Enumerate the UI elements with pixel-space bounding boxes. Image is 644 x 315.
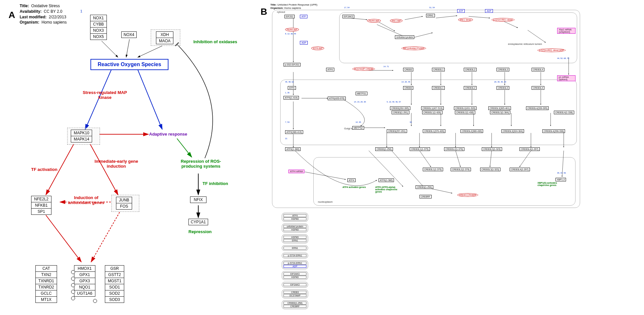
node: ATF6 <box>326 68 334 71</box>
svg-line-1 <box>102 41 118 57</box>
node: CREB3L3(1-323) <box>480 168 500 171</box>
node: CREB3L1(376-426) <box>423 129 445 133</box>
node: MBTPS2 <box>352 126 364 130</box>
green-label: ATF6 (ATF6-alpha) activates chaperone ge… <box>375 186 401 193</box>
circle-icon <box>71 283 75 287</box>
node: CREB3L3 <box>497 68 509 71</box>
node: CREB3L1(427-519) <box>421 106 444 110</box>
node: CREB3L1(1-426) <box>422 111 442 114</box>
atp-box: ATP <box>300 15 307 18</box>
node: CREB3L4 <box>532 86 544 90</box>
node: MBTPS1 <box>356 92 367 95</box>
label-inhibition: Inhibition of oxidases <box>193 39 237 44</box>
pink-box: p1 mRNA (spliced) <box>557 75 576 81</box>
label-repression-ros: Repression of ROS-producing systems <box>176 159 225 169</box>
rxn: 1, 35 <box>285 92 289 94</box>
node: CREB3L3(1-323) <box>482 147 502 151</box>
oval: DCSTAMP:CREB3 <box>352 67 375 71</box>
rxn: 14, 15, 29, 35 <box>354 101 366 103</box>
rxn: 29, 35, 40, 44 <box>494 81 506 83</box>
rxn: 14, 71 <box>383 65 389 67</box>
svg-line-11 <box>91 212 120 262</box>
node: CREB3(1-256) <box>416 185 433 189</box>
complex-column: ATF6HSPA5unfolded proteinHSPA5HSPA5ERN1E… <box>282 213 308 311</box>
label-tf-inh: TF inhibition <box>203 181 228 186</box>
svg-line-2 <box>126 39 129 57</box>
node: ATF6(1-380) <box>285 147 301 151</box>
label-ieg: Immediate-early gene induction <box>93 159 139 169</box>
complex-box: HSPA5ERN1 <box>282 234 308 243</box>
node: ATF4 <box>347 178 356 182</box>
node: ATF6(420-670) <box>328 97 346 100</box>
node: CREB3L3(324-364) <box>501 129 524 133</box>
node: CREB3L1(1-375) <box>410 147 430 151</box>
rxn: 10, 35 <box>356 121 361 123</box>
node: CREB3L4(339-395) <box>526 106 549 110</box>
node: CREBRF <box>420 195 432 198</box>
node: CREB3L3(1-364) <box>490 111 510 114</box>
circle-icon <box>93 299 97 303</box>
node: CREB3 <box>403 68 413 71</box>
node: CREB3L1 <box>432 86 445 90</box>
complex-box: EIF2AK3HSPA5 <box>282 271 308 280</box>
oval: IRE1 dimer <box>458 18 473 22</box>
node: CREB3L2(1-379) <box>444 147 464 151</box>
node: ATF6 <box>288 86 296 90</box>
panel-a-label: A <box>9 10 15 20</box>
complex-box: p-S724-ERN1 <box>282 253 308 258</box>
oval: IRE1:BiP <box>390 19 402 23</box>
atp-box: ATP <box>457 9 465 13</box>
node: ATF6(380-419) <box>285 130 303 134</box>
rxn: 5, 13, 40, 46, 57 <box>387 101 401 103</box>
pink-box: Xbp1 mRNA (unspliced) <box>557 28 576 34</box>
rxn: 17, 54 <box>344 7 350 9</box>
col3-stack: GSRGSTT2MGST1SOD1SOD2SOD3 <box>105 265 124 303</box>
green-label: ATF4 activates genes <box>342 186 366 188</box>
node: CREB3(1-256) <box>375 147 393 151</box>
svg-line-8 <box>90 144 118 195</box>
complex-box: CREB3DCSTAMP <box>282 289 308 298</box>
node: CREB3L2(380-430) <box>460 129 483 133</box>
label-tf-act: TF activation <box>31 167 57 172</box>
green-label: XBP1(S) activates chaperone genes <box>537 182 560 186</box>
node: CREB3L1(1-375) <box>423 168 443 171</box>
svg-line-3 <box>138 46 162 57</box>
nucleo-label: nucleoplasm <box>318 200 333 203</box>
node: CREB3(292-395) <box>390 106 410 110</box>
node: CREB3L2 <box>464 86 477 90</box>
node: CREB3L2(1-379) <box>451 168 471 171</box>
node: CREB3L2(431-520) <box>454 106 477 110</box>
label-induction: Induction of antioxidant genes <box>65 195 107 205</box>
rxn: 45, 48, 62 <box>285 81 294 83</box>
node: EIF2S1 <box>284 15 295 18</box>
rxn: 34 <box>410 121 412 123</box>
node: CREB3L4(298-338) <box>542 129 565 133</box>
node: XBP1-2 <box>556 178 566 181</box>
node: CREB3 <box>403 86 413 90</box>
complex-box: ATF6HSPA5 <box>282 213 308 222</box>
oval: PERK:BiP <box>367 19 381 23</box>
node: CREB3L1 <box>432 68 445 71</box>
adp-box: ADP <box>485 9 493 13</box>
node: ERN1 <box>426 14 435 17</box>
nox-stack: NOX1CYBBNOX3NOX5 <box>90 15 107 40</box>
circle-icon <box>71 296 75 300</box>
rxn: 51, 54 <box>429 7 435 9</box>
complex-box: p-S724-ERN1ADP <box>282 260 308 269</box>
svg-line-5 <box>138 69 162 129</box>
ros-box: Reactive Oxygen Species <box>90 59 168 70</box>
svg-line-10 <box>46 215 81 262</box>
rxn: 14, 25, 45 <box>401 81 410 83</box>
node: CREB3L4(1-297) <box>519 147 540 151</box>
node: CREB3(257-291) <box>387 129 407 133</box>
col2-stack: HMOX1GPX1GPX3NQO1UGT1A6 <box>74 265 95 297</box>
complex-box: unfolded proteinHSPA5 <box>282 224 308 232</box>
label-repression: Repression <box>188 229 212 234</box>
nfix-box: NFIX <box>190 196 206 203</box>
col1-stack: CATTXN2TXNRD1TXNRD2GCLCMT1X <box>35 265 57 303</box>
panel-b-label: B <box>261 7 267 17</box>
node: Unfolded protein <box>395 35 414 39</box>
node: CREB3L2(1-430) <box>455 111 475 114</box>
oval: p-S724-IRE1 dimer:ADP <box>537 48 566 52</box>
node: ATF6(1-419) <box>283 96 299 100</box>
